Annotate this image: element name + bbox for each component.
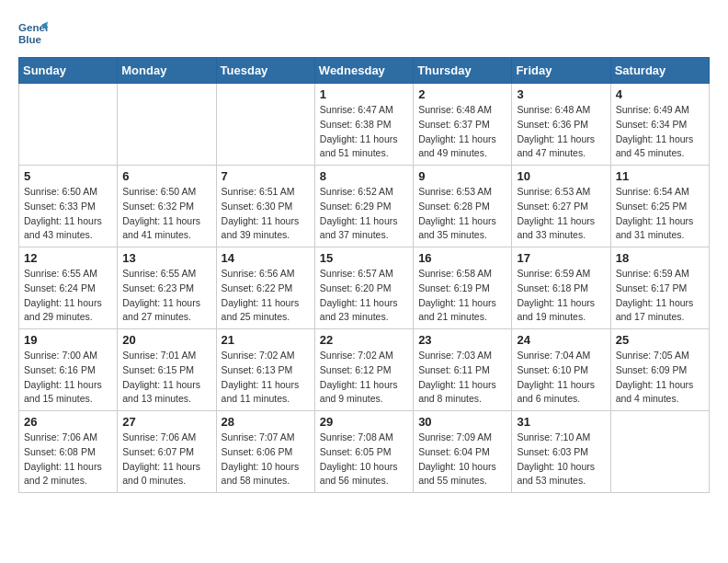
- day-info: Sunrise: 7:04 AM Sunset: 6:10 PM Dayligh…: [517, 349, 605, 407]
- day-info: Sunrise: 6:55 AM Sunset: 6:24 PM Dayligh…: [24, 267, 112, 325]
- day-info: Sunrise: 6:59 AM Sunset: 6:17 PM Dayligh…: [616, 267, 704, 325]
- day-info: Sunrise: 6:57 AM Sunset: 6:20 PM Dayligh…: [320, 267, 408, 325]
- day-number: 19: [24, 333, 112, 347]
- day-info: Sunrise: 7:05 AM Sunset: 6:09 PM Dayligh…: [616, 349, 704, 407]
- calendar-cell: [118, 84, 216, 166]
- day-info: Sunrise: 6:55 AM Sunset: 6:23 PM Dayligh…: [122, 267, 210, 325]
- day-info: Sunrise: 6:51 AM Sunset: 6:30 PM Dayligh…: [222, 185, 310, 243]
- day-number: 10: [517, 169, 605, 183]
- day-number: 21: [222, 333, 310, 347]
- day-number: 29: [320, 415, 408, 429]
- day-info: Sunrise: 7:00 AM Sunset: 6:16 PM Dayligh…: [24, 349, 112, 407]
- day-number: 17: [517, 251, 605, 265]
- calendar-cell: 17Sunrise: 6:59 AM Sunset: 6:18 PM Dayli…: [512, 247, 610, 329]
- day-info: Sunrise: 6:50 AM Sunset: 6:32 PM Dayligh…: [122, 185, 210, 243]
- day-number: 13: [122, 251, 210, 265]
- weekday-header-sunday: Sunday: [19, 58, 118, 84]
- day-number: 23: [418, 333, 506, 347]
- calendar-cell: 6Sunrise: 6:50 AM Sunset: 6:32 PM Daylig…: [118, 166, 216, 247]
- day-info: Sunrise: 7:02 AM Sunset: 6:13 PM Dayligh…: [222, 349, 310, 407]
- day-info: Sunrise: 7:02 AM Sunset: 6:12 PM Dayligh…: [320, 349, 408, 407]
- day-info: Sunrise: 7:06 AM Sunset: 6:08 PM Dayligh…: [24, 431, 112, 488]
- calendar-cell: [19, 84, 118, 166]
- day-number: 31: [517, 415, 605, 429]
- day-info: Sunrise: 6:50 AM Sunset: 6:33 PM Dayligh…: [24, 185, 112, 243]
- calendar-cell: 13Sunrise: 6:55 AM Sunset: 6:23 PM Dayli…: [118, 247, 216, 329]
- weekday-header-tuesday: Tuesday: [216, 58, 314, 84]
- day-number: 8: [320, 169, 408, 183]
- day-number: 12: [24, 251, 112, 265]
- weekday-header-friday: Friday: [512, 58, 610, 84]
- day-number: 15: [320, 251, 408, 265]
- day-info: Sunrise: 6:47 AM Sunset: 6:38 PM Dayligh…: [320, 103, 408, 161]
- weekday-header-saturday: Saturday: [610, 58, 709, 84]
- logo-icon: General Blue: [18, 18, 48, 48]
- calendar-cell: 3Sunrise: 6:48 AM Sunset: 6:36 PM Daylig…: [512, 84, 610, 166]
- calendar-cell: [216, 84, 314, 166]
- day-number: 1: [320, 87, 408, 101]
- calendar-table: SundayMondayTuesdayWednesdayThursdayFrid…: [18, 57, 710, 493]
- day-info: Sunrise: 7:03 AM Sunset: 6:11 PM Dayligh…: [418, 349, 506, 407]
- day-number: 27: [122, 415, 210, 429]
- day-number: 30: [418, 415, 506, 429]
- day-number: 14: [222, 251, 310, 265]
- calendar-cell: 15Sunrise: 6:57 AM Sunset: 6:20 PM Dayli…: [314, 247, 413, 329]
- day-info: Sunrise: 6:49 AM Sunset: 6:34 PM Dayligh…: [616, 103, 704, 161]
- calendar-cell: 23Sunrise: 7:03 AM Sunset: 6:11 PM Dayli…: [414, 329, 512, 411]
- calendar-cell: 9Sunrise: 6:53 AM Sunset: 6:28 PM Daylig…: [414, 166, 512, 247]
- calendar-cell: 12Sunrise: 6:55 AM Sunset: 6:24 PM Dayli…: [19, 247, 118, 329]
- calendar-cell: 27Sunrise: 7:06 AM Sunset: 6:07 PM Dayli…: [118, 411, 216, 493]
- calendar-cell: 21Sunrise: 7:02 AM Sunset: 6:13 PM Dayli…: [216, 329, 314, 411]
- day-number: 16: [418, 251, 506, 265]
- day-number: 24: [517, 333, 605, 347]
- calendar-cell: 10Sunrise: 6:53 AM Sunset: 6:27 PM Dayli…: [512, 166, 610, 247]
- calendar-cell: 30Sunrise: 7:09 AM Sunset: 6:04 PM Dayli…: [414, 411, 512, 493]
- day-number: 28: [222, 415, 310, 429]
- calendar-cell: 4Sunrise: 6:49 AM Sunset: 6:34 PM Daylig…: [610, 84, 709, 166]
- calendar-cell: 22Sunrise: 7:02 AM Sunset: 6:12 PM Dayli…: [314, 329, 413, 411]
- calendar-cell: 19Sunrise: 7:00 AM Sunset: 6:16 PM Dayli…: [19, 329, 118, 411]
- calendar-week-row: 12Sunrise: 6:55 AM Sunset: 6:24 PM Dayli…: [19, 247, 710, 329]
- page-header: General Blue: [18, 18, 710, 48]
- day-number: 4: [616, 87, 704, 101]
- calendar-cell: 5Sunrise: 6:50 AM Sunset: 6:33 PM Daylig…: [19, 166, 118, 247]
- calendar-cell: 11Sunrise: 6:54 AM Sunset: 6:25 PM Dayli…: [610, 166, 709, 247]
- calendar-cell: 28Sunrise: 7:07 AM Sunset: 6:06 PM Dayli…: [216, 411, 314, 493]
- calendar-week-row: 19Sunrise: 7:00 AM Sunset: 6:16 PM Dayli…: [19, 329, 710, 411]
- day-number: 3: [517, 87, 605, 101]
- day-number: 5: [24, 169, 112, 183]
- day-info: Sunrise: 6:48 AM Sunset: 6:37 PM Dayligh…: [418, 103, 506, 161]
- calendar-cell: 8Sunrise: 6:52 AM Sunset: 6:29 PM Daylig…: [314, 166, 413, 247]
- day-number: 7: [222, 169, 310, 183]
- day-info: Sunrise: 6:52 AM Sunset: 6:29 PM Dayligh…: [320, 185, 408, 243]
- day-info: Sunrise: 7:07 AM Sunset: 6:06 PM Dayligh…: [222, 431, 310, 488]
- calendar-cell: 18Sunrise: 6:59 AM Sunset: 6:17 PM Dayli…: [610, 247, 709, 329]
- weekday-header-thursday: Thursday: [414, 58, 512, 84]
- calendar-cell: 26Sunrise: 7:06 AM Sunset: 6:08 PM Dayli…: [19, 411, 118, 493]
- day-info: Sunrise: 7:01 AM Sunset: 6:15 PM Dayligh…: [122, 349, 210, 407]
- day-info: Sunrise: 6:59 AM Sunset: 6:18 PM Dayligh…: [517, 267, 605, 325]
- day-info: Sunrise: 6:54 AM Sunset: 6:25 PM Dayligh…: [616, 185, 704, 243]
- calendar-cell: 29Sunrise: 7:08 AM Sunset: 6:05 PM Dayli…: [314, 411, 413, 493]
- day-info: Sunrise: 7:06 AM Sunset: 6:07 PM Dayligh…: [122, 431, 210, 488]
- calendar-cell: 14Sunrise: 6:56 AM Sunset: 6:22 PM Dayli…: [216, 247, 314, 329]
- logo: General Blue: [18, 18, 51, 48]
- day-info: Sunrise: 6:53 AM Sunset: 6:27 PM Dayligh…: [517, 185, 605, 243]
- day-number: 26: [24, 415, 112, 429]
- day-number: 25: [616, 333, 704, 347]
- weekday-header-wednesday: Wednesday: [314, 58, 413, 84]
- day-info: Sunrise: 6:56 AM Sunset: 6:22 PM Dayligh…: [222, 267, 310, 325]
- calendar-cell: 16Sunrise: 6:58 AM Sunset: 6:19 PM Dayli…: [414, 247, 512, 329]
- calendar-cell: 2Sunrise: 6:48 AM Sunset: 6:37 PM Daylig…: [414, 84, 512, 166]
- calendar-cell: [610, 411, 709, 493]
- weekday-header-row: SundayMondayTuesdayWednesdayThursdayFrid…: [19, 58, 710, 84]
- day-info: Sunrise: 7:09 AM Sunset: 6:04 PM Dayligh…: [418, 431, 506, 488]
- day-info: Sunrise: 6:53 AM Sunset: 6:28 PM Dayligh…: [418, 185, 506, 243]
- day-number: 9: [418, 169, 506, 183]
- calendar-cell: 20Sunrise: 7:01 AM Sunset: 6:15 PM Dayli…: [118, 329, 216, 411]
- calendar-cell: 25Sunrise: 7:05 AM Sunset: 6:09 PM Dayli…: [610, 329, 709, 411]
- day-number: 20: [122, 333, 210, 347]
- day-info: Sunrise: 6:58 AM Sunset: 6:19 PM Dayligh…: [418, 267, 506, 325]
- day-info: Sunrise: 7:10 AM Sunset: 6:03 PM Dayligh…: [517, 431, 605, 488]
- day-number: 2: [418, 87, 506, 101]
